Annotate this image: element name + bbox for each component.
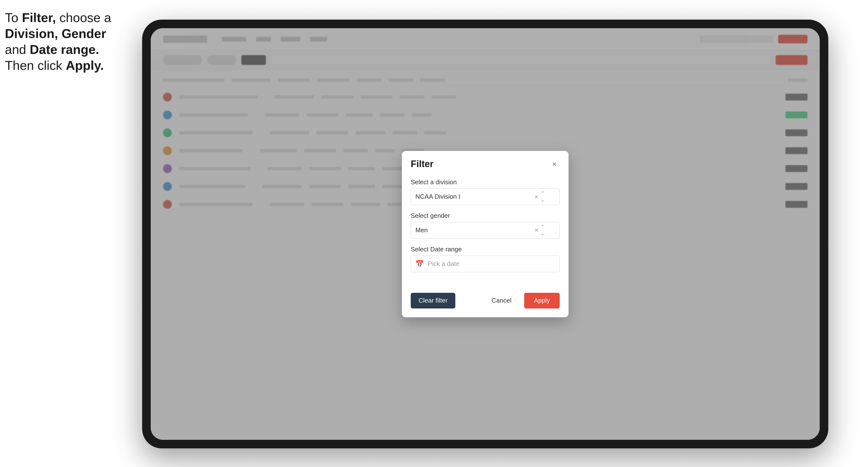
tablet-device: Filter × Select a division NCAA Division… <box>142 20 828 448</box>
division-form-group: Select a division NCAA Division I × ⌃⌄ <box>411 178 560 205</box>
modal-footer: Clear filter Cancel Apply <box>402 288 568 317</box>
gender-form-group: Select gender Men × ⌃⌄ <box>411 212 560 239</box>
instruction-bold-apply: Apply. <box>66 58 104 72</box>
date-label: Select Date range <box>411 246 560 253</box>
instruction-line1: To Filter, choose a <box>5 10 111 25</box>
division-label: Select a division <box>411 178 560 186</box>
instruction-line3: and Date range. <box>5 42 99 57</box>
clear-filter-button[interactable]: Clear filter <box>411 293 455 309</box>
date-range-input[interactable]: 📅 Pick a date <box>411 255 560 272</box>
date-form-group: Select Date range 📅 Pick a date <box>411 246 560 272</box>
instruction-bold-filter: Filter, <box>22 10 56 25</box>
division-select[interactable]: NCAA Division I × ⌃⌄ <box>411 188 560 205</box>
modal-header: Filter × <box>402 151 568 175</box>
modal-body: Select a division NCAA Division I × ⌃⌄ S… <box>402 175 568 288</box>
cancel-button[interactable]: Cancel <box>484 293 519 309</box>
modal-overlay: Filter × Select a division NCAA Division… <box>151 28 820 440</box>
gender-arrows-icon: ⌃⌄ <box>540 224 545 237</box>
modal-footer-right: Cancel Apply <box>484 293 560 309</box>
instruction-text: To Filter, choose a Division, Gender and… <box>5 10 142 73</box>
modal-close-button[interactable]: × <box>549 159 560 169</box>
date-placeholder: Pick a date <box>428 260 460 268</box>
gender-label: Select gender <box>411 212 560 220</box>
modal-title: Filter <box>411 159 434 169</box>
filter-modal: Filter × Select a division NCAA Division… <box>402 151 568 317</box>
gender-select-icons: × ⌃⌄ <box>534 224 545 237</box>
gender-select[interactable]: Men × ⌃⌄ <box>411 222 560 239</box>
instruction-line4: Then click Apply. <box>5 58 104 72</box>
apply-button[interactable]: Apply <box>524 293 560 309</box>
close-icon: × <box>552 160 557 168</box>
calendar-icon: 📅 <box>415 260 424 268</box>
division-arrows-icon: ⌃⌄ <box>540 190 545 203</box>
gender-value: Men <box>415 226 428 234</box>
gender-clear-icon[interactable]: × <box>534 226 538 234</box>
division-clear-icon[interactable]: × <box>534 193 538 201</box>
tablet-screen: Filter × Select a division NCAA Division… <box>151 28 820 440</box>
division-value: NCAA Division I <box>415 193 461 200</box>
division-select-icons: × ⌃⌄ <box>534 190 545 203</box>
instruction-bold-date: Date range. <box>30 42 99 57</box>
instruction-bold-division-gender: Division, Gender <box>5 27 106 41</box>
